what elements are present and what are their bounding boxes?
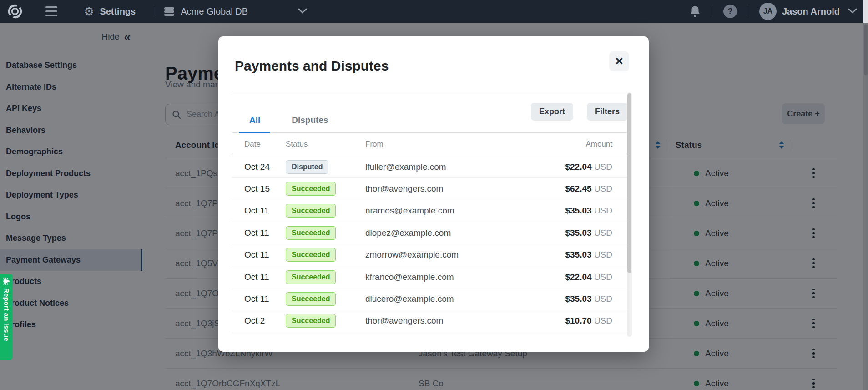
modal-tab[interactable]: All (239, 115, 270, 133)
amount-cell: $22.04 USD (535, 272, 612, 282)
from-cell: zmorrow@example.com (365, 250, 535, 260)
modal-title: Payments and Disputes (235, 58, 389, 74)
column-header-status: Status (286, 140, 365, 149)
modal-content: All Disputes Export Filters Date Status … (232, 91, 628, 339)
modal-tab[interactable]: Disputes (292, 115, 328, 133)
filters-button[interactable]: Filters (587, 103, 628, 121)
amount-cell: $35.03 USD (535, 206, 612, 216)
logo-rings-icon[interactable] (6, 3, 24, 20)
chevron-down-icon[interactable] (298, 7, 307, 15)
date-cell: Oct 11 (244, 272, 286, 282)
amount-cell: $10.70 USD (535, 316, 612, 326)
status-cell: Succeeded (286, 248, 365, 262)
currency-label: USD (594, 162, 612, 172)
from-cell: lfuller@example.com (365, 162, 535, 172)
modal-scrollbar[interactable] (627, 92, 632, 337)
status-cell: Succeeded (286, 182, 365, 196)
amount-cell: $35.03 USD (535, 228, 612, 238)
amount-value: $35.03 (565, 206, 591, 215)
payment-row[interactable]: Oct 11 Succeeded zmorrow@example.com $35… (232, 244, 628, 266)
date-cell: Oct 15 (244, 184, 286, 194)
date-cell: Oct 11 (244, 206, 286, 216)
from-cell: thor@avengers.com (365, 184, 535, 194)
avatar[interactable]: JA (759, 3, 777, 20)
report-an-issue-tab[interactable]: Report an Issue (0, 274, 13, 360)
currency-label: USD (594, 228, 612, 238)
from-cell: kfranco@example.com (365, 272, 535, 282)
status-cell: Succeeded (286, 204, 365, 218)
payment-row[interactable]: Oct 2 Succeeded thor@avengers.com $10.70… (232, 310, 628, 332)
status-badge: Succeeded (286, 292, 336, 306)
topbar-right-group: ? JA Jason Arnold (689, 3, 857, 20)
currency-label: USD (594, 250, 612, 259)
date-cell: Oct 24 (244, 162, 286, 172)
payments-table-header: Date Status From Amount (232, 133, 628, 156)
chevron-down-icon[interactable] (848, 7, 857, 15)
date-cell: Oct 11 (244, 228, 286, 238)
status-cell: Succeeded (286, 314, 365, 328)
close-icon[interactable]: × (609, 51, 629, 71)
column-header-from: From (365, 140, 535, 149)
payment-row[interactable]: Oct 11 Succeeded nramos@example.com $35.… (232, 200, 628, 222)
app-name: Settings (100, 6, 136, 17)
user-name[interactable]: Jason Arnold (782, 6, 840, 17)
question-circle-icon[interactable]: ? (723, 5, 737, 18)
date-cell: Oct 11 (244, 250, 286, 260)
amount-value: $62.45 (565, 184, 591, 193)
app-window: ⚙ Settings Acme Global DB ? JA Jason Arn… (0, 0, 868, 390)
currency-label: USD (594, 272, 612, 282)
from-cell: thor@avengers.com (365, 316, 535, 326)
modal-tabs: All Disputes (239, 115, 328, 133)
currency-label: USD (594, 184, 612, 193)
status-cell: Disputed (286, 160, 365, 174)
bell-icon[interactable] (689, 5, 701, 18)
amount-value: $35.03 (565, 250, 591, 259)
database-selector[interactable]: Acme Global DB (181, 6, 248, 17)
amount-cell: $35.03 USD (535, 250, 612, 260)
status-badge: Succeeded (286, 248, 336, 262)
status-cell: Succeeded (286, 226, 365, 240)
status-badge: Succeeded (286, 182, 336, 196)
status-badge: Succeeded (286, 204, 336, 218)
amount-cell: $62.45 USD (535, 184, 612, 194)
amount-value: $22.04 (565, 162, 591, 172)
currency-label: USD (594, 206, 612, 215)
amount-cell: $22.04 USD (535, 162, 612, 172)
status-badge: Succeeded (286, 314, 336, 328)
amount-cell: $35.03 USD (535, 294, 612, 304)
report-an-issue-label: Report an Issue (3, 288, 10, 341)
amount-value: $22.04 (565, 272, 591, 282)
payment-row[interactable]: Oct 24 Disputed lfuller@example.com $22.… (232, 156, 628, 178)
modal-toolbar: All Disputes Export Filters (232, 91, 628, 133)
status-badge: Succeeded (286, 270, 336, 284)
topbar-divider (748, 5, 748, 18)
currency-label: USD (594, 316, 612, 325)
topbar: ⚙ Settings Acme Global DB ? JA Jason Arn… (0, 0, 868, 23)
bug-icon (2, 277, 10, 285)
payment-row[interactable]: Oct 11 Succeeded kfranco@example.com $22… (232, 266, 628, 288)
from-cell: nramos@example.com (365, 206, 535, 216)
date-cell: Oct 11 (244, 294, 286, 304)
modal-scrollbar-thumb[interactable] (627, 93, 631, 273)
payment-row[interactable]: Oct 15 Succeeded thor@avengers.com $62.4… (232, 178, 628, 200)
gear-icon: ⚙ (84, 5, 94, 17)
payment-row[interactable]: Oct 11 Succeeded dlucero@example.com $35… (232, 288, 628, 310)
payments-disputes-modal: Payments and Disputes × All Disputes Exp… (218, 36, 649, 352)
status-badge: Succeeded (286, 226, 336, 240)
from-cell: dlucero@example.com (365, 294, 535, 304)
amount-value: $10.70 (565, 316, 591, 325)
payments-table-body: Oct 24 Disputed lfuller@example.com $22.… (232, 156, 628, 332)
column-header-date: Date (244, 140, 286, 149)
amount-value: $35.03 (565, 228, 591, 238)
status-cell: Succeeded (286, 270, 365, 284)
from-cell: dlopez@example.com (365, 228, 535, 238)
topbar-divider (712, 5, 712, 18)
status-badge: Disputed (286, 160, 328, 174)
column-header-amount: Amount (535, 140, 612, 149)
topbar-divider (154, 5, 154, 18)
hamburger-menu-icon[interactable] (45, 6, 57, 16)
amount-value: $35.03 (565, 294, 591, 304)
payment-row[interactable]: Oct 11 Succeeded dlopez@example.com $35.… (232, 222, 628, 244)
database-icon (164, 7, 174, 16)
export-button[interactable]: Export (531, 103, 573, 121)
